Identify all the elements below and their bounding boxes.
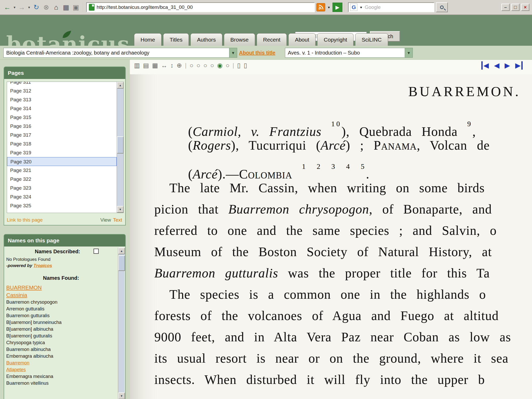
scroll-up-icon[interactable]: ▲ bbox=[117, 82, 124, 89]
zoom-icon[interactable]: ⊕ bbox=[177, 62, 182, 69]
view-option-1[interactable]: ○ bbox=[190, 62, 194, 69]
name-item[interactable]: Cassinia bbox=[6, 291, 116, 299]
page-item[interactable]: Page 317 bbox=[7, 131, 117, 139]
tab-scilinc[interactable]: SciLINC bbox=[355, 33, 388, 46]
home-button[interactable]: ⌂ bbox=[51, 2, 61, 12]
last-page-button[interactable]: ▶ bbox=[515, 61, 523, 70]
name-item: Chrysopoga typica bbox=[6, 339, 116, 346]
scrollbar-thumb[interactable] bbox=[117, 136, 124, 154]
scan-line: The species is a common one in the highl… bbox=[169, 284, 532, 305]
scan-line: (Arcé).—Colombia 1 2 3 4 5. bbox=[188, 156, 532, 177]
page-item[interactable]: Page 324 bbox=[7, 192, 117, 201]
pages-panel: Pages Page 311Page 312Page 313Page 314Pa… bbox=[4, 66, 126, 225]
google-search-box[interactable]: G ▾ Google bbox=[348, 2, 434, 12]
view-option-4[interactable]: ○ bbox=[210, 62, 214, 69]
name-item: B[uarremon] brunneinucha bbox=[6, 319, 116, 326]
previous-page-button[interactable]: ◀ bbox=[494, 61, 500, 70]
google-search-button[interactable] bbox=[436, 2, 448, 12]
tropicos-link[interactable]: Tropicos bbox=[34, 263, 52, 268]
page-item[interactable]: Page 320 bbox=[7, 157, 117, 166]
page-item[interactable]: Page 313 bbox=[7, 95, 117, 104]
tab-recent[interactable]: Recent bbox=[257, 33, 287, 46]
page-item[interactable]: Page 314 bbox=[7, 104, 117, 113]
title-select[interactable]: Biologia Centrali-Americana :zoology, bo… bbox=[3, 48, 237, 58]
next-page-button[interactable]: ▶ bbox=[504, 61, 510, 70]
print-icon[interactable]: ▤ bbox=[143, 62, 149, 69]
page-item[interactable]: Page 315 bbox=[7, 113, 117, 122]
view-option-6[interactable]: ○ bbox=[226, 62, 230, 69]
image-tool-button[interactable]: ▣ bbox=[71, 2, 81, 12]
name-item[interactable]: BUARREMON bbox=[6, 284, 116, 291]
back-dropdown[interactable]: ▾ bbox=[12, 2, 17, 12]
page-item[interactable]: Page 316 bbox=[7, 122, 117, 131]
close-button[interactable]: × bbox=[521, 4, 529, 11]
forward-dropdown[interactable]: ▾ bbox=[27, 2, 31, 12]
page-item[interactable]: Page 325 bbox=[7, 201, 117, 210]
forward-button[interactable]: → bbox=[17, 2, 26, 12]
restore-button[interactable]: □ bbox=[511, 4, 520, 11]
names-scrollbar[interactable]: ▲ ▼ bbox=[118, 248, 125, 399]
page-item[interactable]: Page 312 bbox=[7, 87, 117, 95]
leaf-icon bbox=[61, 30, 72, 39]
scroll-down-icon[interactable]: ▼ bbox=[118, 393, 125, 399]
name-item: Buarremon albinucha bbox=[6, 346, 116, 353]
view-option-5[interactable]: ◉ bbox=[217, 62, 223, 69]
name-item[interactable]: Buarremon bbox=[6, 360, 116, 366]
volume-select[interactable]: Aves. v. 1 - Introduction – Subo ▼ bbox=[285, 48, 413, 58]
view-text-link[interactable]: View bbox=[100, 217, 111, 223]
names-described-checkbox[interactable] bbox=[94, 249, 99, 254]
view-option-2[interactable]: ○ bbox=[196, 62, 200, 69]
view-option-3[interactable]: ○ bbox=[203, 62, 207, 69]
refresh-button[interactable]: ↻ bbox=[32, 2, 41, 12]
rss-button[interactable] bbox=[316, 3, 325, 11]
powered-by-row: -powered by Tropicos bbox=[6, 263, 116, 268]
tab-authors[interactable]: Authors bbox=[190, 33, 222, 46]
scan-line: The late Mr. Cassin, when writing on som… bbox=[169, 177, 532, 198]
fit-page-icon[interactable]: ▯ bbox=[244, 62, 247, 69]
tab-home[interactable]: Home bbox=[134, 33, 162, 46]
page-item[interactable]: Page 322 bbox=[7, 175, 117, 184]
scroll-down-icon[interactable]: ▼ bbox=[117, 206, 124, 213]
pan-icon[interactable]: ↔ bbox=[161, 62, 167, 69]
tab-about[interactable]: About bbox=[288, 33, 316, 46]
first-page-button[interactable]: ◀ bbox=[481, 61, 489, 70]
url-text[interactable]: http://test.botanicus.org/item/bca_31_00… bbox=[97, 4, 193, 10]
address-bar[interactable]: http://test.botanicus.org/item/bca_31_00… bbox=[86, 2, 315, 12]
minimize-button[interactable]: – bbox=[501, 4, 510, 11]
page-item[interactable]: Page 319 bbox=[7, 148, 117, 157]
toolbar-divider bbox=[345, 3, 345, 12]
page-item[interactable]: Page 311 bbox=[7, 82, 117, 87]
save-image-icon[interactable]: ▦ bbox=[152, 62, 158, 69]
pages-scrollbar[interactable]: ▲ ▼ bbox=[117, 82, 123, 213]
tab-copyright[interactable]: Copyright bbox=[317, 33, 354, 46]
about-this-title-link[interactable]: About this title bbox=[239, 50, 275, 56]
back-button[interactable]: ← bbox=[3, 2, 12, 12]
title-select-value: Biologia Centrali-Americana :zoology, bo… bbox=[4, 50, 229, 56]
page-item[interactable]: Page 318 bbox=[7, 139, 117, 148]
scrollbar-thumb[interactable] bbox=[118, 255, 125, 271]
name-item: Embernagra albinucha bbox=[6, 353, 116, 360]
chevron-down-icon[interactable]: ▼ bbox=[405, 48, 413, 57]
tab-browse[interactable]: Browse bbox=[224, 33, 255, 46]
chevron-down-icon[interactable]: ▼ bbox=[229, 48, 237, 57]
fit-height-icon[interactable]: ↕ bbox=[170, 62, 174, 69]
thumbnails-icon[interactable]: ▥ bbox=[134, 62, 140, 69]
scroll-up-icon[interactable]: ▲ bbox=[118, 248, 125, 254]
page-item[interactable]: Page 321 bbox=[7, 166, 117, 175]
go-button[interactable]: ▶ bbox=[332, 3, 342, 12]
view-text-link[interactable]: Text bbox=[113, 217, 122, 223]
page-item[interactable]: Page 323 bbox=[7, 184, 117, 192]
name-item[interactable]: Atlapetes bbox=[6, 366, 116, 373]
scanned-page: BUARREMON. (Carmiol, v. Frantzius 10), Q… bbox=[130, 74, 532, 399]
scan-line: (Rogers), Tucurriqui (Arcé) ; Panama, Vo… bbox=[188, 135, 532, 156]
scan-line: Museum of the Boston Society of Natural … bbox=[154, 241, 532, 262]
google-search-input[interactable]: Google bbox=[365, 4, 381, 10]
google-dropdown[interactable]: ▾ bbox=[359, 2, 363, 12]
save-button[interactable]: ▦ bbox=[61, 2, 71, 12]
stop-button[interactable]: ⊗ bbox=[42, 2, 51, 12]
name-item: Buarremon chrysopogon bbox=[6, 299, 116, 305]
link-to-this-page-link[interactable]: Link to this page bbox=[7, 217, 43, 223]
fit-width-icon[interactable]: ▯ bbox=[237, 62, 241, 69]
tab-titles[interactable]: Titles bbox=[163, 33, 189, 46]
rss-dropdown[interactable]: ▾ bbox=[327, 2, 331, 12]
